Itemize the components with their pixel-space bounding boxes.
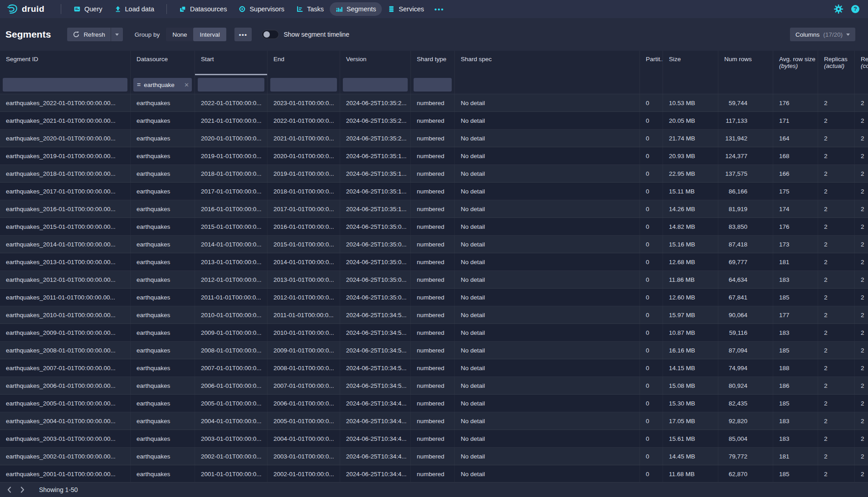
cell-datasource: earthquakes xyxy=(131,289,195,306)
table-row[interactable]: earthquakes_2015-01-01T00:00:00.00...ear… xyxy=(0,218,868,236)
nav-item-supervisors[interactable]: Supervisors xyxy=(233,2,290,16)
segment-timeline-toggle[interactable] xyxy=(262,30,279,39)
table-row[interactable]: earthquakes_2008-01-01T00:00:00.00...ear… xyxy=(0,342,868,359)
table-row[interactable]: earthquakes_2006-01-01T00:00:00.00...ear… xyxy=(0,377,868,395)
filter-input-shard-type[interactable] xyxy=(414,78,452,92)
filter-input-end[interactable] xyxy=(270,78,337,92)
table-row[interactable]: earthquakes_2022-01-01T00:00:00.00...ear… xyxy=(0,94,868,112)
cell-size: 16.16 MB xyxy=(663,342,718,359)
cell-version: 2024-06-25T10:35:0... xyxy=(340,289,411,306)
group-by-interval-button[interactable]: Interval xyxy=(193,28,226,41)
cell-replicas: 2 xyxy=(818,94,855,111)
table-row[interactable]: earthquakes_2005-01-01T00:00:00.00...ear… xyxy=(0,395,868,412)
cell-datasource: earthquakes xyxy=(131,271,195,288)
column-header-start[interactable]: Start xyxy=(195,51,268,75)
nav-item-load-data[interactable]: Load data xyxy=(108,2,161,16)
table-row[interactable]: earthquakes_2014-01-01T00:00:00.00...ear… xyxy=(0,236,868,253)
cell-shard-spec: No detail xyxy=(455,448,640,465)
table-row[interactable]: earthquakes_2016-01-01T00:00:00.00...ear… xyxy=(0,200,868,218)
nav-item-segments[interactable]: Segments xyxy=(330,2,382,16)
cell-shard-spec: No detail xyxy=(455,306,640,323)
previous-page-button[interactable] xyxy=(3,485,16,495)
table-row[interactable]: earthquakes_2007-01-01T00:00:00.00...ear… xyxy=(0,359,868,377)
cell-num-rows: 86,166 xyxy=(718,183,773,200)
cell-shard-type: numbered xyxy=(411,253,455,270)
cell-end: 2018-01-01T00:00:0... xyxy=(268,183,340,200)
cell-replicas: 2 xyxy=(818,359,855,376)
table-row[interactable]: earthquakes_2019-01-01T00:00:00.00...ear… xyxy=(0,147,868,165)
nav-more-button[interactable]: ••• xyxy=(430,5,449,13)
cell-size: 10.87 MB xyxy=(663,324,718,341)
columns-button[interactable]: Columns (17/20) xyxy=(790,28,855,41)
table-row[interactable]: earthquakes_2013-01-01T00:00:00.00...ear… xyxy=(0,253,868,271)
cell-shard-spec: No detail xyxy=(455,94,640,111)
nav-item-tasks[interactable]: Tasks xyxy=(290,2,330,16)
cell-start: 2017-01-01T00:00:0... xyxy=(195,183,268,200)
nav-item-label: Supervisors xyxy=(249,5,284,13)
help-icon[interactable]: ? xyxy=(851,5,860,14)
cell-partition: 0 xyxy=(640,342,663,359)
refresh-button[interactable]: Refresh xyxy=(67,28,111,41)
column-header-num-rows[interactable]: Num rows xyxy=(718,51,773,75)
filter-input-version[interactable] xyxy=(343,78,408,92)
table-row[interactable]: earthquakes_2012-01-01T00:00:00.00...ear… xyxy=(0,271,868,289)
druid-logo[interactable]: druid xyxy=(6,3,44,15)
cell-segment-id: earthquakes_2019-01-01T00:00:00.00... xyxy=(0,147,131,164)
cell-version: 2024-06-25T10:35:2... xyxy=(340,112,411,129)
column-header-datasource[interactable]: Datasource xyxy=(131,51,195,75)
column-header-partition[interactable]: Partit... xyxy=(640,51,663,75)
refresh-dropdown-button[interactable] xyxy=(111,28,123,41)
table-row[interactable]: earthquakes_2002-01-01T00:00:00.00...ear… xyxy=(0,448,868,465)
datasource-filter-chip[interactable]: =earthquake✕ xyxy=(133,78,192,92)
column-header-version[interactable]: Version xyxy=(340,51,411,75)
cell-shard-type: numbered xyxy=(411,271,455,288)
next-page-button[interactable] xyxy=(16,485,29,495)
cell-end: 2005-01-01T00:00:0... xyxy=(268,412,340,429)
table-row[interactable]: earthquakes_2010-01-01T00:00:00.00...ear… xyxy=(0,306,868,324)
pagination-bar: Showing 1-50 xyxy=(0,482,868,497)
cell-shard-type: numbered xyxy=(411,324,455,341)
table-row[interactable]: earthquakes_2017-01-01T00:00:00.00...ear… xyxy=(0,183,868,200)
table-row[interactable]: earthquakes_2001-01-01T00:00:00.00...ear… xyxy=(0,465,868,483)
column-header-segment-id[interactable]: Segment ID xyxy=(0,51,131,75)
cell-shard-type: numbered xyxy=(411,465,455,483)
table-row[interactable]: earthquakes_2009-01-01T00:00:00.00...ear… xyxy=(0,324,868,342)
table-row[interactable]: earthquakes_2003-01-01T00:00:00.00...ear… xyxy=(0,430,868,448)
cell-partition: 0 xyxy=(640,94,663,111)
column-header-replicas[interactable]: Replicas(actual) xyxy=(818,51,855,75)
showing-range-label: Showing 1-50 xyxy=(39,486,78,493)
column-header-size[interactable]: Size xyxy=(663,51,718,75)
cell-shard-type: numbered xyxy=(411,412,455,429)
cell-end: 2003-01-01T00:00:0... xyxy=(268,448,340,465)
column-header-shard-spec[interactable]: Shard spec xyxy=(455,51,640,75)
upload-icon xyxy=(114,5,122,13)
table-row[interactable]: earthquakes_2011-01-01T00:00:00.00...ear… xyxy=(0,289,868,306)
filter-input-start[interactable] xyxy=(198,78,264,92)
cell-segment-id: earthquakes_2016-01-01T00:00:00.00... xyxy=(0,200,131,217)
cell-partition: 0 xyxy=(640,289,663,306)
nav-item-datasources[interactable]: Datasources xyxy=(173,2,233,16)
column-header-shard-type[interactable]: Shard type xyxy=(411,51,455,75)
column-header-avg-row-size[interactable]: Avg. row size(bytes) xyxy=(773,51,818,75)
cell-end: 2008-01-01T00:00:0... xyxy=(268,359,340,376)
table-row[interactable]: earthquakes_2020-01-01T00:00:00.00...ear… xyxy=(0,130,868,147)
cell-num-rows: 79,772 xyxy=(718,448,773,465)
table-row[interactable]: earthquakes_2021-01-01T00:00:00.00...ear… xyxy=(0,112,868,130)
table-row[interactable]: earthquakes_2018-01-01T00:00:00.00...ear… xyxy=(0,165,868,183)
svg-text:?: ? xyxy=(853,6,857,12)
nav-item-services[interactable]: Services xyxy=(382,2,430,16)
eye-icon xyxy=(239,5,246,13)
columns-count: (17/20) xyxy=(823,31,843,38)
logo-text: druid xyxy=(22,4,44,14)
nav-item-query[interactable]: Query xyxy=(68,2,108,16)
table-row[interactable]: earthquakes_2004-01-01T00:00:00.00...ear… xyxy=(0,412,868,430)
column-header-end[interactable]: End xyxy=(268,51,340,75)
cell-repl-factor: 2 xyxy=(855,412,868,429)
column-header-repl-factor[interactable]: Replication factor(configured) xyxy=(855,51,868,75)
gear-icon[interactable] xyxy=(834,5,843,14)
group-by-none-button[interactable]: None xyxy=(166,28,193,41)
cell-repl-factor: 2 xyxy=(855,112,868,129)
remove-filter-icon[interactable]: ✕ xyxy=(184,82,189,88)
filter-input-segment-id[interactable] xyxy=(3,78,127,92)
more-actions-button[interactable]: ••• xyxy=(234,28,252,41)
